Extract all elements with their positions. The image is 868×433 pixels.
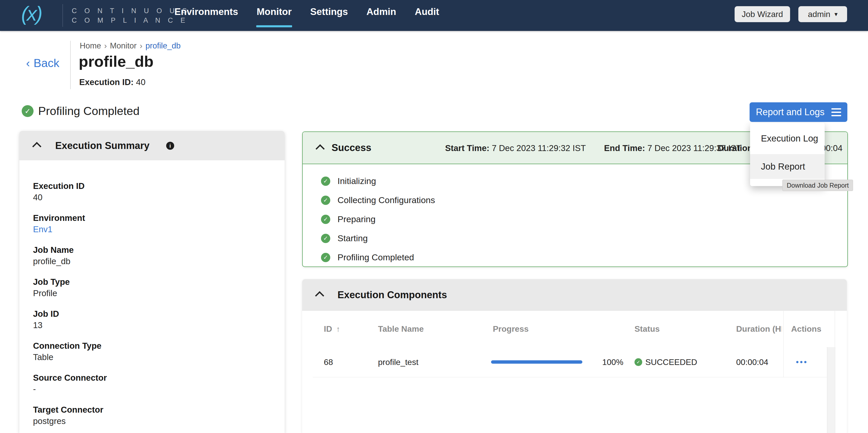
check-circle-icon: ✓ [321, 215, 330, 224]
field-label: Source Connector [33, 372, 285, 384]
nav-items: Environments Monitor Settings Admin Audi… [175, 6, 439, 18]
report-and-logs-button[interactable]: Report and Logs [750, 102, 847, 122]
column-header-duration: Duration (HH:MM:SS) [736, 311, 782, 347]
field-label: Execution ID [33, 180, 285, 192]
breadcrumb-current: profile_db [146, 41, 181, 51]
field-value: Profile [33, 288, 285, 299]
field-value: Table [33, 352, 285, 363]
step-label: Starting [338, 233, 368, 243]
field-label: Connection Type [33, 340, 285, 352]
environment-link[interactable]: Env1 [33, 224, 285, 235]
chevron-up-icon [32, 142, 41, 151]
delphix-logo-icon[interactable]: (x) [21, 2, 41, 26]
column-header-actions: Actions [791, 311, 821, 347]
report-and-logs-label: Report and Logs [756, 107, 825, 118]
status-banner-label: Profiling Completed [38, 104, 140, 118]
column-label: Progress [493, 324, 529, 334]
components-table-header: ID ↑ Table Name Progress Status Duration… [313, 311, 835, 347]
field-label: Job Type [33, 276, 285, 288]
cell-duration: 00:00:04 [736, 347, 768, 377]
end-time-label: End Time: [604, 143, 645, 153]
status-badge: SUCCEEDED [645, 358, 697, 367]
breadcrumb-home[interactable]: Home [80, 41, 101, 51]
screen: (x) C O N T I N U O U S C O M P L I A N … [0, 0, 868, 433]
caret-down-icon: ▾ [834, 10, 838, 18]
field-value: postgres [33, 415, 285, 427]
check-circle-icon: ✓ [321, 253, 330, 262]
menu-item-execution-log[interactable]: Execution Log [750, 123, 825, 154]
back-label: Back [34, 57, 59, 70]
breadcrumb: Home › Monitor › profile_db [80, 41, 181, 51]
column-label: ID [324, 324, 332, 334]
execution-summary-header[interactable]: Execution Summary i [19, 131, 285, 160]
success-title: Success [332, 142, 371, 153]
summary-field: Source Connector - [33, 372, 285, 395]
execution-id-line: Execution ID: 40 [79, 77, 146, 87]
execution-steps: ✓ Initializing ✓ Collecting Configuratio… [321, 176, 435, 262]
back-link[interactable]: ‹ Back [26, 57, 59, 70]
summary-field: Job ID 13 [33, 308, 285, 331]
breadcrumb-monitor[interactable]: Monitor [110, 41, 136, 51]
cell-actions: ••• [789, 347, 815, 377]
field-label: Job Name [33, 244, 285, 256]
step-item: ✓ Initializing [321, 176, 435, 186]
field-label: Target Connector [33, 404, 285, 415]
field-label: Environment [33, 212, 285, 224]
field-value: 13 [33, 320, 285, 331]
breadcrumb-separator-icon: › [140, 41, 142, 51]
step-item: ✓ Starting [321, 233, 435, 243]
user-menu-button[interactable]: admin ▾ [798, 6, 847, 22]
nav-item-settings[interactable]: Settings [310, 6, 348, 18]
hamburger-menu-icon [831, 108, 841, 116]
brand-line1: C O N T I N U O U S [72, 6, 190, 16]
summary-field: Job Name profile_db [33, 244, 285, 267]
summary-field: Connection Type Table [33, 340, 285, 363]
step-item: ✓ Preparing [321, 214, 435, 224]
check-circle-icon: ✓ [321, 234, 330, 243]
execution-summary-title: Execution Summary [55, 140, 149, 151]
nav-item-monitor[interactable]: Monitor [257, 6, 292, 18]
info-icon[interactable]: i [166, 142, 174, 150]
column-header-table-name: Table Name [378, 311, 424, 347]
check-circle-icon: ✓ [22, 105, 34, 117]
job-wizard-button[interactable]: Job Wizard [735, 6, 790, 22]
user-menu-label: admin [808, 9, 830, 19]
chevron-up-icon [316, 144, 324, 153]
actions-column-divider [783, 311, 784, 377]
field-value: 40 [33, 192, 285, 203]
column-label: Duration (HH:MM:SS) [736, 324, 782, 334]
cell-progress-percent: 100% [602, 347, 623, 377]
brand-line2: C O M P L I A N C E [72, 16, 190, 25]
breadcrumb-separator-icon: › [104, 41, 107, 51]
field-value: profile_db [33, 256, 285, 267]
field-value: - [33, 384, 285, 395]
row-actions-button[interactable]: ••• [796, 358, 808, 367]
execution-summary-body: Execution ID 40 Environment Env1 Job Nam… [19, 160, 285, 427]
start-time-value: 7 Dec 2023 11:29:32 IST [492, 143, 586, 153]
menu-item-job-report[interactable]: Job Report [750, 154, 825, 179]
download-job-report-tooltip: Download Job Report [782, 180, 853, 191]
execution-summary-panel: Execution Summary i Execution ID 40 Envi… [19, 131, 285, 433]
step-label: Collecting Configurations [338, 195, 435, 205]
table-scrollbar[interactable] [827, 347, 835, 433]
start-time-label: Start Time: [445, 143, 490, 153]
execution-components-header[interactable]: Execution Components [302, 279, 847, 311]
step-label: Preparing [338, 214, 375, 224]
table-row: 68 profile_test 100% ✓ SUCCEEDED 00:00:0… [313, 347, 827, 377]
step-item: ✓ Collecting Configurations [321, 195, 435, 205]
step-label: Profiling Completed [338, 252, 414, 262]
chevron-up-icon [315, 291, 324, 300]
column-label: Status [634, 324, 660, 334]
column-header-id[interactable]: ID ↑ [324, 311, 340, 347]
sort-asc-icon: ↑ [336, 325, 340, 334]
nav-item-environments[interactable]: Environments [175, 6, 238, 18]
header-divider [70, 41, 71, 89]
column-label: Table Name [378, 324, 424, 334]
report-logs-dropdown: Execution Log Job Report [750, 123, 825, 186]
nav-item-audit[interactable]: Audit [415, 6, 439, 18]
column-header-status: Status [634, 311, 660, 347]
cell-status: ✓ SUCCEEDED [634, 347, 697, 377]
job-wizard-label: Job Wizard [742, 9, 783, 19]
nav-item-admin[interactable]: Admin [366, 6, 396, 18]
back-chevron-icon: ‹ [26, 57, 30, 70]
